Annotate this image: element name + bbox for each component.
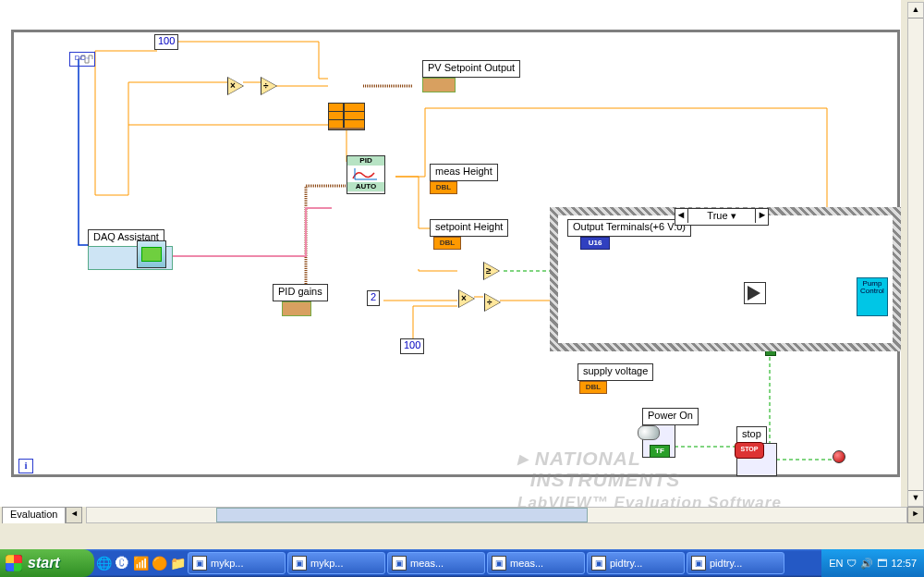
power-on-switch-icon[interactable] bbox=[638, 425, 660, 440]
system-tray[interactable]: EN 🛡🔊🗔 12:57 bbox=[821, 549, 924, 577]
loop-stop-terminal[interactable] bbox=[833, 450, 845, 463]
pid-gains-label: PID gains bbox=[273, 284, 328, 301]
case-next-button[interactable]: ► bbox=[755, 209, 769, 223]
pid-autotune-vi[interactable]: PID AUTO bbox=[346, 155, 385, 194]
quick-launch: 🌐🅒📶🟠📁 bbox=[94, 549, 187, 577]
pv-setpoint-indicator[interactable] bbox=[422, 78, 456, 92]
bottom-tab-bar: Evaluation ◄ ► bbox=[0, 507, 924, 523]
case-prev-button[interactable]: ◄ bbox=[675, 209, 688, 223]
setpoint-height-label: setpoint Height bbox=[430, 219, 508, 237]
multiply-op-1[interactable]: × bbox=[228, 78, 243, 94]
scroll-left-button[interactable]: ◄ bbox=[66, 507, 82, 523]
supply-voltage-terminal[interactable]: DBL bbox=[579, 381, 607, 394]
compare-op-1[interactable]: ≥ bbox=[484, 263, 499, 279]
quick-launch-2[interactable]: 📶 bbox=[131, 549, 150, 577]
value: 2 bbox=[371, 291, 376, 302]
hscrollbar[interactable] bbox=[86, 507, 907, 523]
pump-control-subvi[interactable]: Pump Control bbox=[857, 277, 888, 316]
tray-icons: 🛡🔊🗔 bbox=[845, 558, 889, 570]
multiply-op-2[interactable]: × bbox=[459, 290, 474, 307]
windows-logo-icon bbox=[6, 555, 22, 571]
vscrollbar[interactable]: ▲ ▼ bbox=[907, 2, 924, 507]
pv-setpoint-label: PV Setpoint Output bbox=[422, 60, 520, 78]
clock[interactable]: 12:57 bbox=[891, 558, 917, 569]
labview-icon: ▣ bbox=[591, 556, 606, 571]
stop-button[interactable]: STOP bbox=[735, 442, 764, 459]
start-label: start bbox=[28, 555, 60, 571]
build-cluster-node[interactable] bbox=[328, 103, 365, 130]
output-terminals-label: Output Terminals(+6 V:0) bbox=[567, 219, 691, 237]
case-value: True ▾ bbox=[707, 210, 736, 221]
taskbar-item-0[interactable]: ▣mykp... bbox=[188, 552, 286, 574]
diagram-canvas[interactable]: 100 2 100 0 × ÷ × ÷ ≥ ≥ PV Setpoint Outp… bbox=[0, 0, 901, 507]
scroll-right-button[interactable]: ► bbox=[907, 507, 924, 523]
tray-icon-2[interactable]: 🗔 bbox=[877, 558, 887, 569]
pid-gains-control[interactable] bbox=[282, 301, 311, 316]
case-structure[interactable]: Output Terminals(+6 V:0) U16 bbox=[550, 207, 901, 351]
pid-top-text: PID bbox=[347, 156, 384, 166]
constant-2[interactable]: 2 bbox=[367, 290, 380, 306]
windows-taskbar[interactable]: start 🌐🅒📶🟠📁 ▣mykp...▣mykp...▣meas...▣mea… bbox=[0, 549, 924, 577]
lang-indicator[interactable]: EN bbox=[829, 558, 843, 569]
hscroll-thumb[interactable] bbox=[216, 508, 588, 522]
labview-icon: ▣ bbox=[292, 556, 307, 571]
taskbar-item-1[interactable]: ▣mykp... bbox=[287, 552, 385, 574]
quick-launch-0[interactable]: 🌐 bbox=[94, 549, 113, 577]
case-selector[interactable]: ◄ True ▾ ► bbox=[675, 208, 769, 226]
taskbar-item-4[interactable]: ▣pidtry... bbox=[587, 552, 685, 574]
vscroll-up[interactable]: ▲ bbox=[908, 3, 923, 18]
tray-icon-0[interactable]: 🛡 bbox=[846, 558, 857, 569]
task-buttons: ▣mykp...▣mykp...▣meas...▣meas...▣pidtry.… bbox=[187, 549, 821, 577]
quick-launch-3[interactable]: 🟠 bbox=[150, 549, 168, 577]
taskbar-item-3[interactable]: ▣meas... bbox=[487, 552, 585, 574]
labview-icon: ▣ bbox=[192, 556, 207, 571]
power-on-tf: TF bbox=[650, 445, 670, 458]
setpoint-height-terminal[interactable]: DBL bbox=[433, 237, 461, 250]
labview-icon: ▣ bbox=[492, 556, 506, 571]
constant-100-b[interactable]: 100 bbox=[400, 338, 424, 354]
quick-launch-4[interactable]: 📁 bbox=[168, 549, 187, 577]
value: 100 bbox=[158, 35, 175, 46]
divide-op-1[interactable]: ÷ bbox=[261, 78, 276, 94]
start-button[interactable]: start bbox=[0, 549, 94, 577]
taskbar-item-5[interactable]: ▣pidtry... bbox=[687, 552, 784, 574]
build-array-node[interactable] bbox=[744, 282, 766, 304]
vscroll-down[interactable]: ▼ bbox=[908, 490, 923, 506]
supply-voltage-label: supply voltage bbox=[578, 363, 653, 381]
meas-height-terminal[interactable]: DBL bbox=[430, 181, 457, 194]
iteration-terminal: i bbox=[18, 459, 33, 473]
tray-icon-1[interactable]: 🔊 bbox=[860, 558, 873, 569]
constant-100-top[interactable]: 100 bbox=[154, 34, 178, 50]
power-on-label: Power On bbox=[642, 408, 699, 425]
meas-height-label: meas Height bbox=[430, 164, 498, 181]
quick-launch-1[interactable]: 🅒 bbox=[113, 549, 131, 577]
labview-icon: ▣ bbox=[392, 556, 407, 571]
divide-op-2[interactable]: ÷ bbox=[485, 294, 500, 311]
labview-icon: ▣ bbox=[691, 556, 706, 571]
pid-bot-text: AUTO bbox=[347, 182, 384, 191]
taskbar-item-2[interactable]: ▣meas... bbox=[387, 552, 485, 574]
dc-source-icon: DC⎓ bbox=[69, 52, 95, 67]
daq-assistant-node[interactable] bbox=[137, 240, 166, 268]
output-terminals-terminal[interactable]: U16 bbox=[580, 237, 610, 250]
value: 100 bbox=[404, 339, 420, 350]
evaluation-tab[interactable]: Evaluation bbox=[2, 507, 66, 523]
